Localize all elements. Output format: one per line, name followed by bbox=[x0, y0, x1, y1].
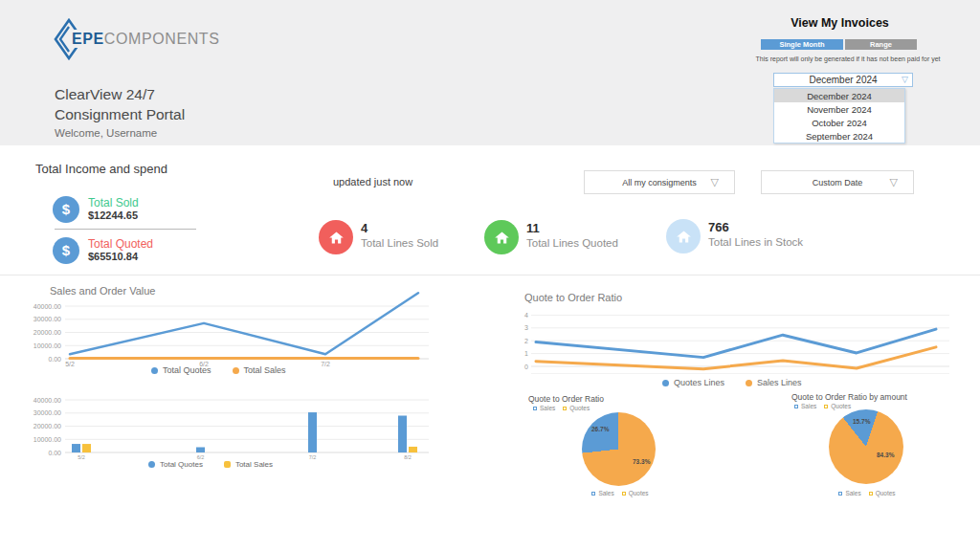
legend-marker bbox=[233, 367, 239, 374]
date-filter-label: Custom Date bbox=[813, 178, 863, 187]
lines-sold-value: 4 bbox=[361, 222, 438, 235]
legend-label: Quotes bbox=[629, 490, 649, 496]
quote-ratio-pie-chart bbox=[582, 412, 656, 486]
month-option[interactable]: November 2024 bbox=[774, 102, 904, 116]
legend-marker bbox=[824, 405, 828, 408]
pie2-top-legend: Sales Quotes bbox=[794, 403, 851, 409]
svg-text:40000.00: 40000.00 bbox=[33, 397, 61, 404]
svg-text:2: 2 bbox=[524, 338, 528, 344]
pie2-bottom-legend: Sales Quotes bbox=[821, 490, 913, 496]
total-sold-row: $ Total Sold $12244.65 bbox=[53, 193, 198, 225]
date-filter-dropdown[interactable]: Custom Date ▽ bbox=[761, 170, 914, 194]
legend-sales[interactable]: Sales bbox=[533, 405, 555, 411]
legend-label: Sales bbox=[540, 405, 555, 411]
legend-marker bbox=[533, 407, 537, 410]
divider bbox=[55, 229, 196, 230]
legend-label: Sales bbox=[801, 403, 816, 409]
logo-epe-label: EPE bbox=[72, 30, 104, 48]
house-icon bbox=[484, 220, 519, 254]
month-option[interactable]: September 2024 bbox=[774, 129, 904, 143]
legend-marker bbox=[794, 405, 798, 408]
sales-order-chart-legend: Total Quotes Total Sales bbox=[151, 365, 286, 375]
section-title: Total Income and spend bbox=[35, 162, 167, 176]
lines-sold-label: Total Lines Sold bbox=[361, 237, 438, 249]
svg-text:1: 1 bbox=[524, 350, 528, 357]
legend-marker bbox=[869, 492, 873, 496]
legend-label: Sales bbox=[845, 490, 860, 496]
total-sold-label: Total Sold bbox=[88, 197, 139, 209]
invoice-note: This report will only be generated if it… bbox=[748, 55, 947, 62]
tab-single-month[interactable]: Single Month bbox=[761, 39, 843, 50]
quote-ratio-line-chart: 43210 bbox=[522, 306, 969, 385]
legend-label: Sales bbox=[598, 490, 613, 496]
legend-marker bbox=[224, 461, 231, 468]
legend-quotes[interactable]: Quotes bbox=[563, 405, 590, 411]
legend-label: Quotes bbox=[831, 403, 851, 409]
svg-text:8/2: 8/2 bbox=[404, 454, 412, 460]
welcome-text: Welcome, Username bbox=[55, 127, 185, 139]
legend-marker bbox=[838, 492, 842, 496]
legend-quotes[interactable]: Quotes bbox=[622, 490, 649, 496]
month-select-value: December 2024 bbox=[809, 75, 877, 85]
svg-text:3: 3 bbox=[524, 324, 528, 331]
house-icon bbox=[319, 220, 353, 254]
house-icon bbox=[666, 219, 701, 253]
legend-sales[interactable]: Sales bbox=[794, 403, 816, 409]
consignments-filter-dropdown[interactable]: All my consigments ▽ bbox=[584, 170, 735, 194]
svg-text:10000.00: 10000.00 bbox=[33, 436, 61, 443]
lines-sold-stat: 4 Total Lines Sold bbox=[319, 220, 438, 254]
svg-text:6/2: 6/2 bbox=[197, 454, 205, 460]
legend-label: Quotes bbox=[876, 490, 896, 496]
svg-text:7/2: 7/2 bbox=[309, 454, 317, 460]
legend-marker bbox=[662, 380, 669, 386]
legend-sales[interactable]: Sales bbox=[838, 490, 860, 496]
legend-marker bbox=[563, 407, 567, 410]
total-quoted-row: $ Total Quoted $65510.84 bbox=[53, 234, 198, 266]
month-select[interactable]: December 2024 ▽ bbox=[773, 73, 913, 87]
legend-total-quotes[interactable]: Total Quotes bbox=[148, 460, 203, 469]
lines-stock-value: 766 bbox=[708, 221, 803, 234]
month-option-list: December 2024 November 2024 October 2024… bbox=[773, 88, 905, 143]
total-sold-value: $12244.65 bbox=[88, 209, 139, 221]
logo-components-label: COMPONENTS bbox=[104, 31, 220, 47]
lines-stock-label: Total Lines in Stock bbox=[708, 236, 803, 248]
month-option[interactable]: October 2024 bbox=[774, 116, 904, 129]
legend-sales[interactable]: Sales bbox=[591, 490, 613, 496]
pie-slice-value: 73.3% bbox=[633, 458, 650, 465]
legend-quotes-lines[interactable]: Quotes Lines bbox=[662, 378, 724, 387]
legend-marker bbox=[622, 492, 626, 496]
pie1-top-legend: Sales Quotes bbox=[533, 405, 590, 411]
month-option[interactable]: December 2024 bbox=[774, 89, 904, 102]
lines-stock-stat: 766 Total Lines in Stock bbox=[666, 219, 803, 253]
legend-total-quotes[interactable]: Total Quotes bbox=[151, 365, 212, 375]
section-divider bbox=[0, 275, 980, 276]
legend-label: Total Sales bbox=[235, 460, 273, 469]
legend-quotes[interactable]: Quotes bbox=[869, 490, 896, 496]
sales-order-bar-chart: 40000.0030000.0020000.0010000.000.005/26… bbox=[27, 392, 467, 467]
total-quoted-label: Total Quoted bbox=[88, 238, 153, 251]
pie2-title: Quote to Order Ratio by amount bbox=[791, 392, 907, 402]
legend-marker bbox=[151, 367, 158, 374]
portal-title-block: ClearView 24/7 Consignment Portal Welcom… bbox=[55, 84, 185, 139]
svg-text:40000.00: 40000.00 bbox=[33, 303, 61, 310]
svg-text:0.00: 0.00 bbox=[48, 450, 61, 456]
legend-marker bbox=[746, 380, 752, 386]
updated-status: updated just now bbox=[333, 176, 412, 187]
legend-total-sales[interactable]: Total Sales bbox=[233, 365, 286, 375]
svg-text:30000.00: 30000.00 bbox=[33, 316, 61, 322]
legend-marker bbox=[591, 492, 595, 496]
bar-chart-legend: Total Quotes Total Sales bbox=[148, 460, 273, 469]
pie-slice-value: 26.7% bbox=[591, 426, 609, 432]
tab-range[interactable]: Range bbox=[845, 39, 917, 50]
svg-text:20000.00: 20000.00 bbox=[33, 329, 61, 336]
legend-label: Quotes bbox=[569, 405, 590, 411]
legend-total-sales[interactable]: Total Sales bbox=[224, 460, 273, 469]
svg-text:7/2: 7/2 bbox=[321, 361, 330, 367]
dashboard-page: EPECOMPONENTS ClearView 24/7 Consignment… bbox=[0, 0, 980, 551]
sales-order-line-chart: 40000.0030000.0020000.0010000.000.005/26… bbox=[27, 285, 467, 375]
legend-quotes[interactable]: Quotes bbox=[824, 403, 851, 409]
svg-text:4: 4 bbox=[524, 312, 528, 319]
legend-sales-lines[interactable]: Sales Lines bbox=[746, 378, 802, 387]
svg-text:0: 0 bbox=[524, 364, 528, 370]
invoice-tabs: Single Month Range bbox=[761, 39, 917, 50]
